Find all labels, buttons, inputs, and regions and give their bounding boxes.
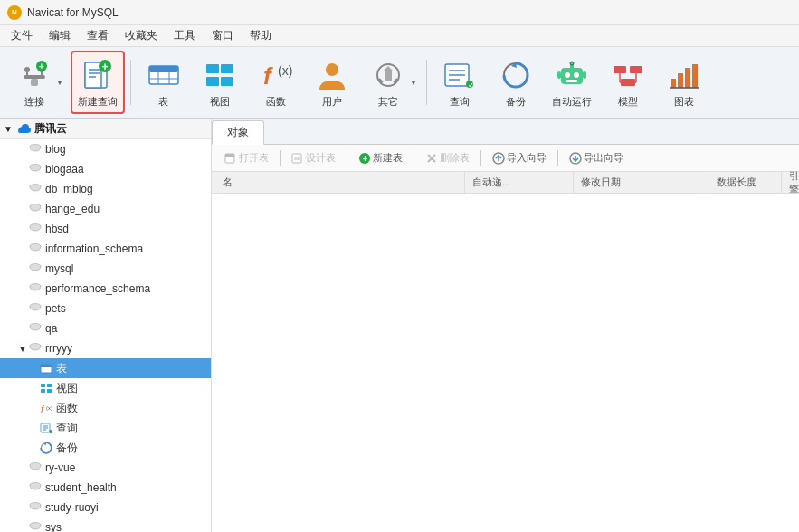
autorun-button[interactable]: 自动运行 bbox=[545, 51, 599, 114]
import-wizard-button[interactable]: 导入向导 bbox=[487, 149, 552, 166]
sidebar-item-function[interactable]: f (x) 函数 bbox=[0, 398, 211, 418]
menu-window[interactable]: 窗口 bbox=[205, 26, 241, 45]
right-panel: 对象 打开表 设计表 bbox=[212, 119, 799, 532]
sidebar-label: student_health bbox=[45, 481, 117, 494]
function-button[interactable]: f (x) 函数 bbox=[249, 51, 303, 114]
svg-point-81 bbox=[49, 430, 52, 433]
menu-file[interactable]: 文件 bbox=[4, 26, 40, 45]
view-button[interactable]: 视图 bbox=[193, 51, 247, 114]
sidebar-item-study-ruoyi[interactable]: study-ruoyi bbox=[0, 498, 211, 518]
autorun-label: 自动运行 bbox=[552, 95, 592, 109]
sidebar-label: blog bbox=[45, 143, 66, 156]
chart-button[interactable]: 图表 bbox=[657, 51, 711, 114]
sidebar-label: 函数 bbox=[56, 401, 78, 416]
db-icon bbox=[29, 242, 42, 255]
menu-tools[interactable]: 工具 bbox=[166, 26, 203, 45]
svg-rect-22 bbox=[206, 77, 219, 86]
group-expand-icon: ▼ bbox=[4, 124, 13, 134]
view-label: 视图 bbox=[210, 95, 230, 109]
query-icon: ✓ bbox=[442, 57, 478, 93]
export-wizard-icon bbox=[569, 152, 582, 165]
backup-button[interactable]: 备份 bbox=[489, 51, 543, 114]
db-icon bbox=[29, 223, 42, 235]
table-sub-icon bbox=[40, 362, 52, 375]
sidebar-label: 查询 bbox=[56, 421, 78, 436]
svg-rect-23 bbox=[221, 77, 233, 86]
svg-rect-74 bbox=[47, 389, 52, 393]
sidebar-item-mysql[interactable]: mysql bbox=[0, 259, 211, 279]
db-icon bbox=[29, 481, 42, 494]
db-icon bbox=[29, 342, 42, 355]
sidebar-item-hbsd[interactable]: hbsd bbox=[0, 219, 211, 239]
sidebar-item-blogaaa[interactable]: blogaaa bbox=[0, 159, 211, 179]
delete-table-button[interactable]: 删除表 bbox=[420, 149, 475, 166]
sidebar-label: hange_edu bbox=[45, 203, 100, 215]
group-tencent-cloud[interactable]: ▼ 腾讯云 bbox=[0, 119, 211, 139]
new-query-button[interactable]: + 新建查询 bbox=[71, 51, 125, 114]
export-wizard-label: 导出向导 bbox=[584, 151, 623, 165]
svg-rect-91 bbox=[292, 154, 301, 163]
sidebar-item-sys[interactable]: sys bbox=[0, 518, 211, 532]
tab-objects[interactable]: 对象 bbox=[212, 120, 264, 145]
sidebar-item-query[interactable]: 查询 bbox=[0, 418, 211, 438]
design-table-button[interactable]: 设计表 bbox=[286, 149, 341, 166]
menu-view[interactable]: 查看 bbox=[80, 26, 116, 45]
sidebar-label: hbsd bbox=[45, 223, 69, 235]
sidebar-item-db_mblog[interactable]: db_mblog bbox=[0, 179, 211, 199]
other-button[interactable]: 其它 bbox=[361, 51, 415, 114]
design-table-icon bbox=[291, 152, 304, 165]
svg-rect-28 bbox=[385, 71, 392, 81]
sidebar-item-qa[interactable]: qa bbox=[0, 318, 211, 338]
sidebar-label: db_mblog bbox=[45, 183, 93, 195]
model-button[interactable]: 模型 bbox=[601, 51, 655, 114]
user-button[interactable]: 用户 bbox=[305, 51, 359, 114]
sidebar-item-ry-vue[interactable]: ry-vue bbox=[0, 458, 211, 478]
new-query-icon: + bbox=[80, 57, 116, 93]
chart-label: 图表 bbox=[674, 95, 694, 109]
sidebar-item-performance_schema[interactable]: performance_schema bbox=[0, 279, 211, 299]
sidebar-item-pets[interactable]: pets bbox=[0, 299, 211, 318]
open-table-button[interactable]: 打开表 bbox=[219, 149, 274, 166]
sidebar-item-view[interactable]: 视图 bbox=[0, 378, 211, 398]
sidebar-label: rrryyy bbox=[45, 342, 72, 355]
sidebar-item-student_health[interactable]: student_health bbox=[0, 478, 211, 498]
col-length-header: 数据长度 bbox=[709, 172, 782, 193]
sidebar-label: 视图 bbox=[56, 381, 78, 396]
new-table-button[interactable]: + 新建表 bbox=[353, 149, 408, 166]
svg-rect-46 bbox=[614, 66, 626, 73]
svg-rect-55 bbox=[685, 68, 690, 88]
other-icon bbox=[370, 57, 406, 93]
connect-icon: + bbox=[16, 57, 52, 93]
sidebar-item-rrryyy[interactable]: ▼ rrryyy bbox=[0, 338, 211, 358]
db-icon bbox=[29, 203, 42, 215]
menu-favorites[interactable]: 收藏夹 bbox=[118, 26, 165, 45]
menu-help[interactable]: 帮助 bbox=[243, 26, 279, 45]
svg-text:+: + bbox=[363, 154, 368, 164]
sidebar-label: 表 bbox=[56, 361, 67, 376]
sidebar-item-blog[interactable]: blog bbox=[0, 139, 211, 159]
svg-rect-4 bbox=[41, 71, 43, 76]
connect-button[interactable]: + 连接 bbox=[7, 51, 62, 114]
toolbar-sep-2 bbox=[426, 60, 427, 105]
query-sub-icon bbox=[40, 422, 52, 434]
svg-point-39 bbox=[565, 72, 570, 78]
user-label: 用户 bbox=[322, 95, 342, 109]
db-icon bbox=[29, 282, 42, 295]
col-name-header: 名 bbox=[212, 172, 465, 193]
sidebar-item-backup[interactable]: 备份 bbox=[0, 438, 211, 458]
export-wizard-button[interactable]: 导出向导 bbox=[564, 149, 629, 166]
menu-edit[interactable]: 编辑 bbox=[42, 26, 78, 45]
table-button[interactable]: 表 bbox=[137, 51, 191, 114]
action-sep-5 bbox=[557, 150, 558, 166]
backup-sub-icon bbox=[40, 442, 52, 454]
sidebar-item-hange_edu[interactable]: hange_edu bbox=[0, 199, 211, 219]
toolbar-sep-1 bbox=[130, 60, 131, 105]
table-label: 表 bbox=[158, 95, 168, 109]
sidebar-item-information_schema[interactable]: information_schema bbox=[0, 239, 211, 259]
query-button[interactable]: ✓ 查询 bbox=[433, 51, 487, 114]
sidebar-item-table[interactable]: 表 bbox=[0, 358, 211, 378]
db-icon bbox=[29, 163, 42, 176]
new-table-icon: + bbox=[358, 152, 371, 165]
main-area: ▼ 腾讯云 blog blogaaa db_mblog hange_edu bbox=[0, 119, 799, 532]
svg-text:+: + bbox=[101, 61, 108, 73]
